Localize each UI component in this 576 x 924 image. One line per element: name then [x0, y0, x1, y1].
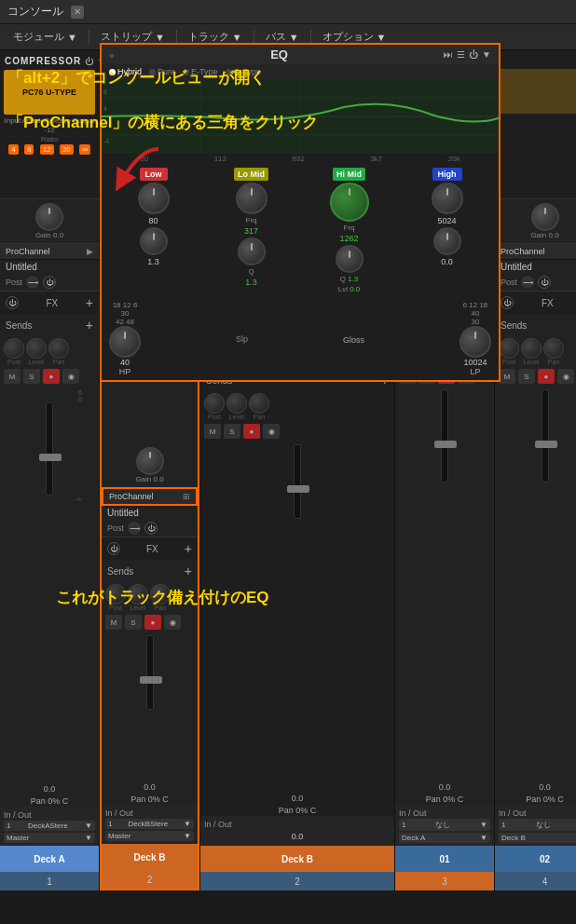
fx-plus-1[interactable]: +: [86, 295, 93, 310]
channel-name-bar-4[interactable]: 02: [495, 846, 576, 872]
mono-btn-4[interactable]: ◉: [557, 369, 574, 384]
eq-close-icon[interactable]: ▼: [482, 49, 491, 60]
sends-plus-2[interactable]: +: [185, 564, 192, 578]
low-knob[interactable]: [138, 183, 170, 214]
prochannel-row-4[interactable]: ProChannel ▶: [495, 243, 576, 260]
lomid-q-knob[interactable]: [238, 238, 266, 265]
output-select-4[interactable]: Deck B ▼: [499, 833, 576, 843]
mute-btn-2[interactable]: M: [105, 615, 122, 630]
ratio-btn-inf[interactable]: ∞: [79, 144, 90, 155]
pan-mini-label-2: Post: [109, 605, 122, 611]
post-power-4[interactable]: ⏻: [538, 276, 551, 289]
output-select-1[interactable]: Master ▼: [4, 833, 95, 843]
mode-gtype[interactable]: G-Type: [226, 67, 262, 76]
mute-btn-c[interactable]: M: [204, 424, 221, 439]
channel-num-4: 4: [495, 872, 576, 890]
eq-expand-icon[interactable]: ⬦: [109, 49, 115, 60]
fx-power-1[interactable]: ⏻: [6, 296, 19, 309]
mute-btn-4[interactable]: M: [499, 369, 515, 384]
fx-plus-2[interactable]: +: [185, 541, 192, 556]
post-icon-1[interactable]: ⟶: [26, 276, 39, 289]
himid-q-knob[interactable]: [336, 245, 363, 273]
solo-btn-4[interactable]: S: [518, 369, 535, 384]
aux-mini-knob-c[interactable]: [249, 393, 269, 414]
ratio-btn-8[interactable]: 8: [24, 144, 34, 155]
menu-module[interactable]: モジュール ▼: [4, 26, 87, 48]
channel-num-3: 3: [395, 872, 494, 890]
gain-knob-4[interactable]: [531, 203, 559, 231]
fx-power-2[interactable]: ⏻: [107, 542, 120, 555]
solo-btn-2[interactable]: S: [125, 615, 142, 630]
band-label-lomid[interactable]: Lo Mid: [234, 168, 268, 181]
pan-mini-knob-4[interactable]: [499, 338, 519, 359]
mode-hybrid[interactable]: Hybrid: [109, 67, 142, 76]
solo-btn-1[interactable]: S: [23, 369, 40, 384]
level-mini-knob-2[interactable]: [128, 584, 148, 605]
level-mini-knob-1[interactable]: [26, 338, 47, 359]
gloss-label: Gloss: [343, 335, 364, 345]
rec-btn-2[interactable]: ●: [144, 615, 161, 630]
aux-mini-knob-2[interactable]: [150, 584, 171, 605]
ratio-btn-20[interactable]: 20: [60, 144, 74, 155]
mono-btn-c[interactable]: ◉: [263, 424, 280, 439]
himid-freq-knob[interactable]: [330, 183, 369, 222]
high-knob[interactable]: [432, 183, 463, 214]
hp-area: 18 12 63042 48 40 HP: [109, 301, 141, 376]
rec-btn-1[interactable]: ●: [43, 369, 60, 384]
lp-knob[interactable]: [459, 326, 491, 358]
mode-etype[interactable]: E-Type: [183, 67, 218, 76]
post-power-2[interactable]: ⏻: [144, 522, 158, 535]
channel-name-bar-1[interactable]: Deck A: [0, 846, 99, 872]
aux-mini-knob-4[interactable]: [543, 338, 564, 359]
prochannel-arrow-1[interactable]: ▶: [87, 247, 93, 256]
post-icon-4[interactable]: ⟶: [521, 276, 534, 289]
eq-menu-icon[interactable]: ☰: [457, 49, 465, 60]
prochannel-row-1[interactable]: ProChannel ▶: [0, 243, 99, 260]
level-mini-knob-4[interactable]: [521, 338, 542, 359]
hp-knob[interactable]: [109, 326, 141, 358]
channel-name-bar-3[interactable]: 01: [395, 846, 494, 872]
pan-mini-knob-1[interactable]: [4, 338, 24, 359]
sends-plus-1[interactable]: +: [86, 318, 93, 333]
high-level-knob[interactable]: [433, 227, 461, 255]
post-icon-2[interactable]: ⟶: [128, 522, 141, 535]
rec-btn-c[interactable]: ●: [243, 424, 260, 439]
pan-mini-knob-c[interactable]: [204, 393, 225, 414]
band-label-high[interactable]: High: [432, 168, 462, 181]
input-select-1[interactable]: 1 DeckAStere ▼: [4, 821, 95, 831]
ratio-btn-12[interactable]: 12: [40, 144, 54, 155]
gain-knob-2[interactable]: [136, 447, 164, 475]
band-label-himid[interactable]: Hi Mid: [333, 168, 365, 181]
level-mini-knob-c[interactable]: [226, 393, 247, 414]
channel-name-bar-2[interactable]: Deck B: [102, 844, 198, 870]
lomid-freq-knob[interactable]: [236, 183, 267, 214]
fx-row-1: ⏻ FX +: [0, 291, 99, 314]
center-name-bar[interactable]: Deck B: [200, 846, 394, 872]
pan-value-4: Pan 0% C: [495, 794, 576, 805]
ratio-btn-4[interactable]: 4: [8, 144, 18, 155]
close-button[interactable]: ✕: [71, 6, 84, 19]
fx-power-4[interactable]: ⏻: [501, 296, 514, 309]
mute-btn-1[interactable]: M: [4, 369, 21, 384]
band-label-low[interactable]: Low: [140, 168, 168, 181]
aux-mini-knob-1[interactable]: [48, 338, 69, 359]
comp-power[interactable]: ⏻: [85, 57, 93, 66]
eq-skip-icon[interactable]: ⏭: [444, 49, 453, 60]
pan-mini-knob-2[interactable]: [105, 584, 126, 605]
prochannel-row-2[interactable]: ProChannel ⊞: [102, 487, 198, 506]
mode-pure[interactable]: Pure: [149, 67, 175, 76]
input-select-2[interactable]: 1 DeckBStere ▼: [105, 819, 194, 829]
rec-btn-4[interactable]: ●: [538, 369, 555, 384]
input-select-4[interactable]: 1 なし ▼: [499, 819, 576, 831]
gain-knob-1[interactable]: [35, 203, 63, 231]
solo-btn-c[interactable]: S: [224, 424, 240, 439]
eq-power-icon[interactable]: ⏻: [469, 49, 478, 60]
output-select-2[interactable]: Master ▼: [105, 831, 194, 841]
prochannel-arrow-2[interactable]: ⊞: [183, 492, 190, 501]
output-select-3[interactable]: Deck A ▼: [399, 833, 490, 843]
mono-btn-1[interactable]: ◉: [62, 369, 79, 384]
post-power-1[interactable]: ⏻: [43, 276, 56, 289]
low-level-knob[interactable]: [140, 227, 168, 255]
mono-btn-2[interactable]: ◉: [164, 615, 181, 630]
input-select-3[interactable]: 1 なし ▼: [399, 819, 490, 831]
